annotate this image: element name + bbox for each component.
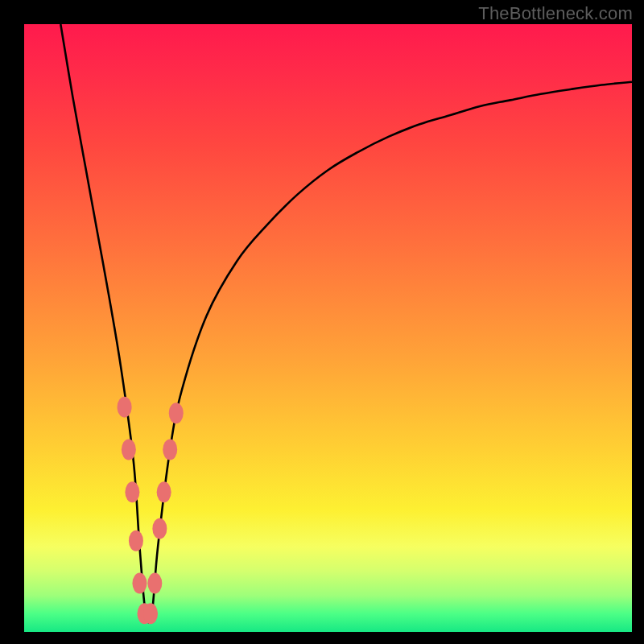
data-point-marker xyxy=(143,603,158,624)
data-point-marker xyxy=(169,402,184,423)
watermark-text: TheBottleneck.com xyxy=(478,3,633,24)
data-point-marker xyxy=(147,573,162,594)
bottleneck-curve-svg xyxy=(24,24,632,632)
data-point-marker xyxy=(118,397,132,418)
plot-area xyxy=(24,24,632,632)
data-point-marker xyxy=(157,481,171,502)
data-point-marker xyxy=(125,481,139,502)
data-point-marker xyxy=(122,440,136,460)
data-point-marker xyxy=(129,530,143,551)
data-point-marker xyxy=(152,518,167,539)
bottleneck-curve-path xyxy=(60,24,632,623)
data-point-marker xyxy=(163,440,177,460)
data-point-marker xyxy=(132,573,147,594)
chart-frame: TheBottleneck.com xyxy=(0,0,644,644)
